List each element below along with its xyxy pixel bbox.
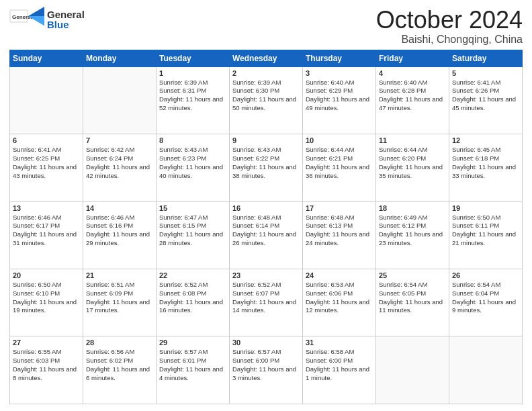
day-info: Sunrise: 6:55 AMSunset: 6:03 PMDaylight:… [13, 348, 80, 382]
calendar-day-cell: 7Sunrise: 6:42 AMSunset: 6:24 PMDaylight… [83, 134, 157, 201]
svg-text:General: General [12, 14, 32, 20]
day-info: Sunrise: 6:50 AMSunset: 6:10 PMDaylight:… [13, 281, 80, 315]
day-number: 13 [13, 204, 80, 212]
calendar-day-cell: 25Sunrise: 6:54 AMSunset: 6:05 PMDayligh… [376, 269, 449, 336]
day-info: Sunrise: 6:53 AMSunset: 6:06 PMDaylight:… [306, 281, 373, 315]
calendar-day-cell: 5Sunrise: 6:41 AMSunset: 6:26 PMDaylight… [449, 66, 523, 134]
calendar-day-cell: 22Sunrise: 6:52 AMSunset: 6:08 PMDayligh… [157, 269, 230, 336]
day-info: Sunrise: 6:46 AMSunset: 6:17 PMDaylight:… [13, 214, 80, 248]
day-info: Sunrise: 6:48 AMSunset: 6:14 PMDaylight:… [232, 214, 300, 248]
day-number: 9 [232, 136, 300, 144]
day-info: Sunrise: 6:52 AMSunset: 6:07 PMDaylight:… [232, 281, 300, 315]
calendar-day-cell: 21Sunrise: 6:51 AMSunset: 6:09 PMDayligh… [83, 269, 157, 336]
day-number: 1 [159, 69, 226, 77]
day-info: Sunrise: 6:44 AMSunset: 6:21 PMDaylight:… [306, 146, 373, 180]
day-info: Sunrise: 6:49 AMSunset: 6:12 PMDaylight:… [379, 214, 446, 248]
day-info: Sunrise: 6:46 AMSunset: 6:16 PMDaylight:… [86, 214, 153, 248]
calendar-day-cell: 27Sunrise: 6:55 AMSunset: 6:03 PMDayligh… [10, 336, 83, 404]
calendar-table: Sunday Monday Tuesday Wednesday Thursday… [9, 50, 523, 404]
logo-general: General [47, 9, 85, 19]
day-number: 12 [452, 136, 519, 144]
calendar-day-cell: 19Sunrise: 6:50 AMSunset: 6:11 PMDayligh… [449, 201, 523, 269]
day-info: Sunrise: 6:43 AMSunset: 6:22 PMDaylight:… [232, 146, 300, 180]
day-number: 3 [306, 69, 373, 77]
calendar-week-row: 6Sunrise: 6:41 AMSunset: 6:25 PMDaylight… [10, 134, 523, 201]
calendar-day-cell: 17Sunrise: 6:48 AMSunset: 6:13 PMDayligh… [303, 201, 376, 269]
calendar-day-cell: 31Sunrise: 6:58 AMSunset: 6:00 PMDayligh… [303, 336, 376, 404]
calendar-day-cell: 4Sunrise: 6:40 AMSunset: 6:28 PMDaylight… [376, 66, 449, 134]
day-number: 22 [159, 271, 226, 279]
page: General General Blue October 2024 Baishi… [0, 0, 532, 411]
day-info: Sunrise: 6:42 AMSunset: 6:24 PMDaylight:… [86, 146, 153, 180]
day-info: Sunrise: 6:47 AMSunset: 6:15 PMDaylight:… [159, 214, 226, 248]
day-number: 30 [232, 338, 300, 347]
calendar-day-cell: 28Sunrise: 6:56 AMSunset: 6:02 PMDayligh… [83, 336, 157, 404]
calendar-day-cell: 12Sunrise: 6:45 AMSunset: 6:18 PMDayligh… [449, 134, 523, 201]
calendar-day-cell: 10Sunrise: 6:44 AMSunset: 6:21 PMDayligh… [303, 134, 376, 201]
calendar-day-cell: 14Sunrise: 6:46 AMSunset: 6:16 PMDayligh… [83, 201, 157, 269]
calendar-day-cell: 24Sunrise: 6:53 AMSunset: 6:06 PMDayligh… [303, 269, 376, 336]
weekday-header-row: Sunday Monday Tuesday Wednesday Thursday… [10, 50, 523, 66]
day-info: Sunrise: 6:41 AMSunset: 6:25 PMDaylight:… [13, 146, 80, 180]
col-wednesday: Wednesday [230, 50, 303, 66]
col-friday: Friday [376, 50, 449, 66]
day-info: Sunrise: 6:57 AMSunset: 6:00 PMDaylight:… [232, 348, 300, 382]
logo-blue: Blue [47, 19, 85, 30]
day-info: Sunrise: 6:39 AMSunset: 6:30 PMDaylight:… [232, 79, 300, 113]
day-info: Sunrise: 6:50 AMSunset: 6:11 PMDaylight:… [452, 214, 519, 248]
calendar-week-row: 20Sunrise: 6:50 AMSunset: 6:10 PMDayligh… [10, 269, 523, 336]
day-number: 29 [159, 338, 226, 347]
calendar-week-row: 13Sunrise: 6:46 AMSunset: 6:17 PMDayligh… [10, 201, 523, 269]
col-saturday: Saturday [449, 50, 523, 66]
day-info: Sunrise: 6:56 AMSunset: 6:02 PMDaylight:… [86, 348, 153, 382]
day-number: 16 [232, 204, 300, 212]
calendar-week-row: 1Sunrise: 6:39 AMSunset: 6:31 PMDaylight… [10, 66, 523, 134]
calendar-day-cell: 1Sunrise: 6:39 AMSunset: 6:31 PMDaylight… [157, 66, 230, 134]
day-info: Sunrise: 6:44 AMSunset: 6:20 PMDaylight:… [379, 146, 446, 180]
day-number: 25 [379, 271, 446, 279]
day-number: 20 [13, 271, 80, 279]
day-info: Sunrise: 6:40 AMSunset: 6:28 PMDaylight:… [379, 79, 446, 113]
day-info: Sunrise: 6:57 AMSunset: 6:01 PMDaylight:… [159, 348, 226, 382]
calendar-day-cell: 13Sunrise: 6:46 AMSunset: 6:17 PMDayligh… [10, 201, 83, 269]
calendar-week-row: 27Sunrise: 6:55 AMSunset: 6:03 PMDayligh… [10, 336, 523, 404]
title-block: October 2024 Baishi, Chongqing, China [376, 7, 523, 46]
calendar-day-cell [10, 66, 83, 134]
calendar-day-cell: 9Sunrise: 6:43 AMSunset: 6:22 PMDaylight… [230, 134, 303, 201]
day-number: 5 [452, 69, 519, 77]
calendar-day-cell: 3Sunrise: 6:40 AMSunset: 6:29 PMDaylight… [303, 66, 376, 134]
calendar-day-cell [376, 336, 449, 404]
calendar-day-cell: 30Sunrise: 6:57 AMSunset: 6:00 PMDayligh… [230, 336, 303, 404]
day-info: Sunrise: 6:39 AMSunset: 6:31 PMDaylight:… [159, 79, 226, 113]
calendar-day-cell: 18Sunrise: 6:49 AMSunset: 6:12 PMDayligh… [376, 201, 449, 269]
day-info: Sunrise: 6:43 AMSunset: 6:23 PMDaylight:… [159, 146, 226, 180]
day-number: 8 [159, 136, 226, 144]
day-info: Sunrise: 6:40 AMSunset: 6:29 PMDaylight:… [306, 79, 373, 113]
calendar-day-cell: 15Sunrise: 6:47 AMSunset: 6:15 PMDayligh… [157, 201, 230, 269]
day-info: Sunrise: 6:48 AMSunset: 6:13 PMDaylight:… [306, 214, 373, 248]
day-number: 17 [306, 204, 373, 212]
col-monday: Monday [83, 50, 157, 66]
month-title: October 2024 [376, 7, 523, 34]
day-info: Sunrise: 6:54 AMSunset: 6:05 PMDaylight:… [379, 281, 446, 315]
day-number: 31 [306, 338, 373, 347]
day-number: 15 [159, 204, 226, 212]
day-number: 19 [452, 204, 519, 212]
calendar-day-cell: 20Sunrise: 6:50 AMSunset: 6:10 PMDayligh… [10, 269, 83, 336]
day-number: 4 [379, 69, 446, 77]
day-info: Sunrise: 6:51 AMSunset: 6:09 PMDaylight:… [86, 281, 153, 315]
day-number: 28 [86, 338, 153, 347]
location-subtitle: Baishi, Chongqing, China [376, 34, 523, 46]
day-number: 10 [306, 136, 373, 144]
day-number: 7 [86, 136, 153, 144]
day-number: 21 [86, 271, 153, 279]
calendar-day-cell: 29Sunrise: 6:57 AMSunset: 6:01 PMDayligh… [157, 336, 230, 404]
day-number: 26 [452, 271, 519, 279]
header: General General Blue October 2024 Baishi… [9, 7, 523, 46]
calendar-day-cell [83, 66, 157, 134]
calendar-day-cell: 11Sunrise: 6:44 AMSunset: 6:20 PMDayligh… [376, 134, 449, 201]
calendar-day-cell: 8Sunrise: 6:43 AMSunset: 6:23 PMDaylight… [157, 134, 230, 201]
col-tuesday: Tuesday [157, 50, 230, 66]
calendar-day-cell: 6Sunrise: 6:41 AMSunset: 6:25 PMDaylight… [10, 134, 83, 201]
calendar-day-cell: 16Sunrise: 6:48 AMSunset: 6:14 PMDayligh… [230, 201, 303, 269]
